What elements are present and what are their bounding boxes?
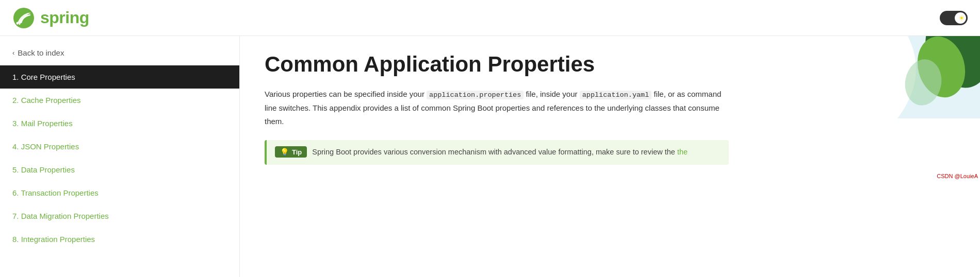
header: spring ☀ [0,0,980,36]
lightbulb-icon: 💡 [280,148,289,156]
sidebar-item-core-properties[interactable]: 1. Core Properties [0,65,239,89]
sidebar-item-cache-properties[interactable]: 2. Cache Properties [0,89,239,112]
theme-toggle-button[interactable]: ☀ [940,11,968,25]
sidebar: ‹ Back to index 1. Core Properties 2. Ca… [0,36,240,277]
desc-text-1: Various properties can be specified insi… [265,90,427,98]
logo-area: spring [12,7,89,29]
back-link-label: Back to index [18,48,64,57]
logo-text: spring [40,8,89,27]
csdn-watermark: CSDN @LouieA [937,173,978,179]
tip-link[interactable]: the [677,148,688,156]
sidebar-item-transaction-properties[interactable]: 6. Transaction Properties [0,181,239,204]
spring-logo-icon [12,7,35,29]
code-application-properties: application.properties [427,91,524,99]
sidebar-item-integration-properties[interactable]: 8. Integration Properties [0,228,239,251]
tip-box: 💡 Tip Spring Boot provides various conve… [265,140,729,164]
sidebar-item-json-properties[interactable]: 4. JSON Properties [0,135,239,158]
svg-point-1 [17,22,19,24]
main-layout: ‹ Back to index 1. Core Properties 2. Ca… [0,36,980,277]
sidebar-item-mail-properties[interactable]: 3. Mail Properties [0,112,239,135]
tip-wrapper: 💡 Tip Spring Boot provides various conve… [275,146,688,158]
chevron-left-icon: ‹ [12,49,14,57]
tip-text: Spring Boot provides various conversion … [312,146,688,158]
sidebar-item-data-migration-properties[interactable]: 7. Data Migration Properties [0,204,239,228]
page-title: Common Application Properties [265,51,626,77]
code-application-yaml: application.yaml [580,91,652,99]
desc-text-2: file, inside your [524,90,579,98]
back-to-index-link[interactable]: ‹ Back to index [0,40,239,65]
main-content: Common Application Properties Various pr… [240,36,980,277]
description-paragraph: Various properties can be specified insi… [265,88,729,128]
content-inner: Common Application Properties Various pr… [240,36,980,180]
tip-label-badge: 💡 Tip [275,146,307,158]
sidebar-item-data-properties[interactable]: 5. Data Properties [0,158,239,181]
sun-icon: ☀ [958,14,965,22]
